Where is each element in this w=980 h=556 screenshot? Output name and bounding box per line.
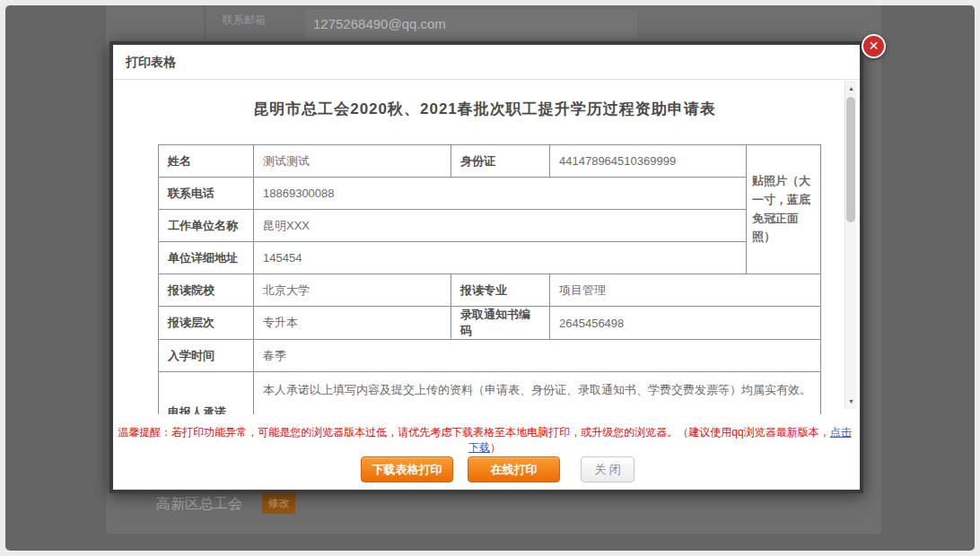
- table-row: 报读院校 北京大学 报读专业 项目管理: [159, 274, 821, 307]
- field-value: 专升本: [254, 307, 451, 340]
- application-table: 姓名 测试测试 身份证 441478964510369999 贴照片（大一寸，蓝…: [158, 144, 821, 414]
- table-row: 申报人承诺 本人承诺以上填写内容及提交上传的资料（申请表、身份证、录取通知书、学…: [159, 372, 821, 415]
- field-label: 录取通知书编码: [451, 307, 550, 340]
- scroll-up-icon[interactable]: ▲: [845, 83, 857, 94]
- pledge-text: 本人承诺以上填写内容及提交上传的资料（申请表、身份证、录取通知书、学费交费发票等…: [254, 372, 821, 415]
- dimmed-page-overlay: *联系邮箱 1275268490@qq.com 高新区总工会 修改 打印表格 昆…: [5, 5, 975, 551]
- screen: *联系邮箱 1275268490@qq.com 高新区总工会 修改 打印表格 昆…: [0, 0, 980, 556]
- scrollbar-thumb[interactable]: [846, 97, 855, 222]
- form-divider: [205, 5, 206, 39]
- modal-button-row: 下载表格打印 在线打印 关 闭: [113, 456, 856, 483]
- field-value: 2645456498: [550, 307, 821, 340]
- field-value: 春季: [254, 340, 821, 372]
- table-row: 入学时间 春季: [159, 340, 821, 372]
- close-button[interactable]: 关 闭: [581, 456, 634, 482]
- table-row: 工作单位名称 昆明XXX: [159, 210, 821, 242]
- field-label: 报读专业: [451, 274, 550, 307]
- print-form-modal: 打印表格 昆明市总工会2020秋、2021春批次职工提升学历过程资助申请表 姓名…: [109, 41, 863, 493]
- field-label: 联系电话: [159, 178, 254, 210]
- field-value: 441478964510369999: [550, 145, 747, 178]
- browser-warning-text: 温馨提醒：若打印功能异常，可能是您的浏览器版本过低，请优先考虑下载表格至本地电脑…: [113, 425, 856, 456]
- field-value: 昆明XXX: [254, 210, 747, 242]
- table-row: 联系电话 18869300088: [159, 178, 821, 210]
- field-label: 入学时间: [159, 340, 254, 372]
- field-label: 申报人承诺: [159, 372, 254, 415]
- field-value: 北京大学: [254, 274, 451, 307]
- table-row: 单位详细地址 145454: [159, 242, 821, 274]
- photo-instruction-cell: 贴照片（大一寸，蓝底免冠正面照）: [747, 145, 821, 274]
- edit-button: 修改: [262, 492, 295, 514]
- field-label: 身份证: [451, 145, 550, 178]
- field-label: 工作单位名称: [159, 210, 254, 242]
- modal-scroll-area: 昆明市总工会2020秋、2021春批次职工提升学历过程资助申请表 姓名 测试测试…: [113, 81, 856, 414]
- field-label: 单位详细地址: [159, 242, 254, 274]
- field-value: 项目管理: [550, 274, 821, 307]
- field-label: 姓名: [159, 145, 254, 178]
- page-divider: [106, 534, 881, 535]
- field-value: 18869300088: [254, 178, 747, 210]
- field-label: 报读层次: [159, 307, 254, 340]
- union-name-text: 高新区总工会: [156, 495, 242, 514]
- table-row: 报读层次 专升本 录取通知书编码 2645456498: [159, 307, 821, 340]
- field-label: 报读院校: [159, 274, 254, 307]
- scrollbar-track[interactable]: ▲ ▼: [844, 81, 856, 409]
- modal-title: 打印表格: [113, 45, 860, 80]
- field-value: 测试测试: [254, 145, 451, 178]
- contact-email-label: *联系邮箱: [214, 13, 266, 28]
- download-form-print-button[interactable]: 下载表格打印: [361, 456, 453, 482]
- scroll-down-icon[interactable]: ▼: [845, 395, 857, 407]
- required-asterisk: *: [214, 13, 218, 26]
- contact-email-value: 1275268490@qq.com: [313, 16, 446, 31]
- close-icon[interactable]: ✕: [862, 34, 886, 58]
- field-value: 145454: [254, 242, 747, 274]
- online-print-button[interactable]: 在线打印: [468, 456, 560, 482]
- application-form-title: 昆明市总工会2020秋、2021春批次职工提升学历过程资助申请表: [113, 99, 856, 119]
- table-row: 姓名 测试测试 身份证 441478964510369999 贴照片（大一寸，蓝…: [159, 145, 821, 178]
